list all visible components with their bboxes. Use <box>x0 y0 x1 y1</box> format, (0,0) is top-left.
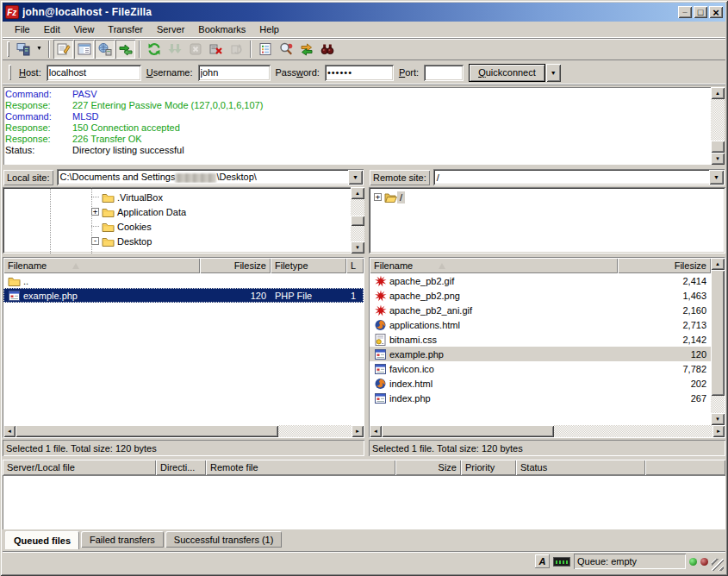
menu-transfer[interactable]: Transfer <box>101 22 150 36</box>
synchronized-browsing-button[interactable] <box>296 40 316 59</box>
column-header-priority[interactable]: Priority <box>461 460 516 475</box>
reconnect-button[interactable] <box>227 40 246 59</box>
expander-plus-icon[interactable] <box>91 208 99 216</box>
column-header-size[interactable]: Size <box>395 460 461 475</box>
toggle-transfer-queue-button[interactable] <box>115 40 135 59</box>
tree-item-root[interactable]: / <box>369 190 725 204</box>
quickconnect-dropdown-icon[interactable] <box>546 64 561 82</box>
remote-horizontal-scrollbar[interactable] <box>370 425 725 437</box>
scroll-down-icon[interactable] <box>351 241 364 254</box>
password-label: Password: <box>276 67 320 78</box>
password-input[interactable] <box>325 65 394 81</box>
file-row[interactable]: bitnami.css2,142 <box>370 332 711 347</box>
scrollbar-thumb[interactable] <box>382 425 554 437</box>
maximize-button[interactable] <box>694 6 707 18</box>
tab-queued-files[interactable]: Queued files <box>5 531 79 549</box>
scroll-right-icon[interactable] <box>712 425 725 437</box>
scroll-up-icon[interactable] <box>351 187 364 199</box>
local-path-combo[interactable]: C:\Documents and Settings\Desktop\ <box>57 169 364 185</box>
scroll-up-icon[interactable] <box>711 258 725 270</box>
quickconnect-button[interactable]: Quickconnect <box>469 64 545 82</box>
php-file-icon <box>8 290 21 302</box>
column-header-direction[interactable]: Directi... <box>156 460 206 475</box>
menu-edit[interactable]: Edit <box>37 22 67 36</box>
scrollbar-thumb[interactable] <box>16 425 278 437</box>
file-row[interactable]: applications.html2,713 <box>370 317 711 332</box>
minimize-button[interactable] <box>678 6 692 18</box>
cancel-operation-button[interactable] <box>185 40 205 59</box>
site-manager-icon <box>16 42 30 56</box>
file-row-example-php[interactable]: example.php 120 PHP File 1 <box>3 288 364 303</box>
column-header-filesize[interactable]: Filesize <box>200 258 271 273</box>
speed-limits-icon[interactable] <box>553 557 570 567</box>
disconnect-button[interactable] <box>206 40 226 59</box>
site-manager-dropdown-icon[interactable] <box>34 40 45 59</box>
directory-listing-filters-button[interactable] <box>255 40 275 59</box>
combo-dropdown-icon[interactable] <box>348 170 363 185</box>
toggle-local-tree-button[interactable] <box>74 40 94 59</box>
scrollbar-thumb[interactable] <box>711 141 725 153</box>
local-tree-scrollbar[interactable] <box>351 187 364 254</box>
file-row[interactable]: apache_pb2.gif2,414 <box>370 273 711 288</box>
title-bar[interactable]: Fz john@localhost - FileZilla <box>3 3 725 22</box>
column-header-filename[interactable]: Filename <box>3 258 200 273</box>
file-row[interactable]: apache_pb2_ani.gif2,160 <box>370 303 711 317</box>
resize-grip[interactable] <box>712 559 724 571</box>
toggle-remote-tree-button[interactable] <box>95 40 115 59</box>
log-scrollbar[interactable] <box>711 87 725 165</box>
toolbar-separator <box>250 41 252 58</box>
synchronized-browsing-icon <box>300 42 314 56</box>
process-queue-button[interactable] <box>165 40 184 59</box>
expander-minus-icon[interactable] <box>91 237 99 245</box>
menu-help[interactable]: Help <box>252 22 286 36</box>
port-input[interactable] <box>424 65 464 81</box>
column-header-filename[interactable]: Filename <box>370 258 618 273</box>
toggle-message-log-button[interactable] <box>53 40 73 59</box>
find-files-button[interactable] <box>317 40 337 59</box>
disconnect-icon <box>209 42 223 56</box>
column-header-filesize[interactable]: Filesize <box>618 258 711 273</box>
transfer-type-ascii-icon[interactable] <box>535 554 550 568</box>
column-header-server-local-file[interactable]: Server/Local file <box>3 460 156 475</box>
scroll-up-icon[interactable] <box>711 87 725 99</box>
column-header-filetype[interactable]: Filetype <box>271 258 346 273</box>
file-row[interactable]: index.html202 <box>370 376 711 391</box>
tab-successful-transfers[interactable]: Successful transfers (1) <box>165 531 283 548</box>
remote-path-combo[interactable]: / <box>433 169 725 185</box>
file-row[interactable]: apache_pb2.png1,463 <box>370 288 711 303</box>
username-input[interactable] <box>198 65 271 81</box>
file-row[interactable]: index.php267 <box>370 391 711 405</box>
menu-file[interactable]: File <box>8 22 37 36</box>
tree-item-virtualbox[interactable]: .VirtualBox <box>3 190 351 204</box>
host-input[interactable] <box>47 65 141 81</box>
column-header-status[interactable]: Status <box>516 460 645 475</box>
tab-failed-transfers[interactable]: Failed transfers <box>81 531 164 548</box>
scroll-left-icon[interactable] <box>370 425 382 437</box>
log-line: Response:226 Transfer OK <box>5 134 711 145</box>
scroll-down-icon[interactable] <box>711 153 725 165</box>
scroll-left-icon[interactable] <box>3 425 16 437</box>
tree-item-application-data[interactable]: Application Data <box>3 204 351 219</box>
refresh-button[interactable] <box>144 40 164 59</box>
column-header-remote-file[interactable]: Remote file <box>206 460 395 475</box>
scroll-down-icon[interactable] <box>711 413 725 425</box>
tree-item-cookies[interactable]: Cookies <box>3 219 351 234</box>
menu-server[interactable]: Server <box>150 22 191 36</box>
site-manager-button[interactable] <box>13 40 33 59</box>
expander-plus-icon[interactable] <box>374 193 382 201</box>
directory-comparison-button[interactable] <box>276 40 296 59</box>
combo-dropdown-icon[interactable] <box>709 170 724 185</box>
file-row-example-php[interactable]: example.php120 <box>370 347 711 361</box>
file-row-parent-dir[interactable]: .. <box>3 273 364 288</box>
column-header-last-modified[interactable]: L <box>346 258 364 273</box>
scrollbar-thumb[interactable] <box>351 216 364 226</box>
file-row[interactable]: favicon.ico7,782 <box>370 361 711 376</box>
close-button[interactable] <box>709 6 723 18</box>
tree-item-desktop[interactable]: Desktop <box>3 234 351 248</box>
menu-view[interactable]: View <box>67 22 102 36</box>
remote-vertical-scrollbar[interactable] <box>711 258 725 425</box>
menu-bookmarks[interactable]: Bookmarks <box>191 22 252 36</box>
scrollbar-thumb[interactable] <box>711 270 725 396</box>
scroll-right-icon[interactable] <box>352 425 364 437</box>
local-horizontal-scrollbar[interactable] <box>3 425 364 437</box>
